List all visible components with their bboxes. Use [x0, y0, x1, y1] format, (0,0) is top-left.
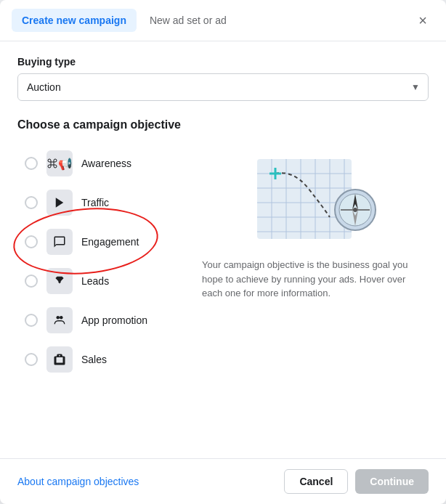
awareness-icon: 📢: [46, 150, 73, 176]
buying-type-label: Buying type: [17, 56, 429, 68]
objective-item-awareness[interactable]: 📢 Awareness: [17, 145, 185, 182]
objective-item-app-promotion[interactable]: App promotion: [17, 301, 185, 339]
sales-icon: [46, 346, 73, 373]
leads-label: Leads: [81, 275, 109, 287]
modal-footer: About campaign objectives Cancel Continu…: [0, 458, 446, 504]
create-campaign-modal: Create new campaign New ad set or ad × B…: [0, 0, 446, 504]
engagement-icon: [46, 229, 73, 255]
modal-header: Create new campaign New ad set or ad ×: [0, 0, 446, 41]
engagement-label: Engagement: [81, 236, 139, 248]
radio-app-promotion[interactable]: [25, 314, 38, 327]
continue-button[interactable]: Continue: [355, 469, 429, 494]
close-button[interactable]: ×: [411, 9, 434, 32]
radio-awareness[interactable]: [25, 157, 38, 170]
traffic-label: Traffic: [81, 197, 109, 208]
traffic-icon: [46, 190, 73, 216]
radio-sales[interactable]: [25, 353, 38, 366]
svg-point-0: [57, 316, 60, 320]
objective-content: 📢 Awareness Traffic: [17, 145, 429, 444]
tab-new-adset[interactable]: New ad set or ad: [145, 9, 231, 32]
awareness-label: Awareness: [81, 158, 131, 169]
compass-illustration: [250, 152, 381, 246]
modal-body: Buying type Auction Reservation ▼ Choose…: [0, 41, 446, 458]
app-promotion-icon: [46, 307, 73, 333]
cancel-button[interactable]: Cancel: [284, 469, 348, 494]
radio-engagement[interactable]: [25, 235, 38, 248]
leads-icon: [46, 268, 73, 294]
tab-create-campaign[interactable]: Create new campaign: [12, 9, 137, 32]
objective-item-leads[interactable]: Leads: [17, 262, 185, 300]
objective-info-text: Your campaign objective is the business …: [202, 258, 429, 301]
about-objectives-link[interactable]: About campaign objectives: [17, 476, 139, 487]
footer-actions: Cancel Continue: [284, 469, 429, 494]
objective-item-sales[interactable]: Sales: [17, 341, 185, 378]
app-promotion-label: App promotion: [81, 314, 147, 326]
svg-point-21: [353, 208, 357, 212]
buying-type-select[interactable]: Auction Reservation: [17, 73, 429, 101]
objective-section-title: Choose a campaign objective: [17, 118, 429, 131]
objective-info-panel: Your campaign objective is the business …: [202, 145, 429, 444]
sales-label: Sales: [81, 354, 107, 365]
buying-type-select-wrapper: Auction Reservation ▼: [17, 73, 429, 101]
objective-list: 📢 Awareness Traffic: [17, 145, 185, 444]
objective-item-engagement[interactable]: Engagement: [17, 223, 185, 261]
radio-traffic[interactable]: [25, 196, 38, 209]
radio-leads[interactable]: [25, 275, 38, 288]
svg-point-1: [60, 316, 63, 320]
objective-item-traffic[interactable]: Traffic: [17, 184, 185, 221]
